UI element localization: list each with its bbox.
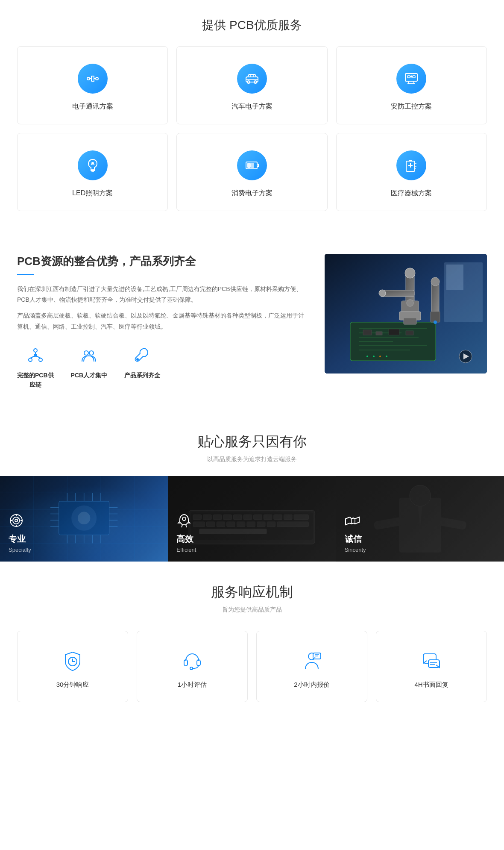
medical-icon	[404, 158, 419, 173]
resources-features: 完整的PCB供应链 PCB人才集中	[17, 345, 308, 390]
response-icon-30min	[60, 648, 85, 674]
response-card-4hour[interactable]: 4H书面回复	[376, 631, 487, 702]
service-card-auto-electronics[interactable]: 汽车电子方案	[176, 46, 327, 124]
response-card-1hour[interactable]: 1小时评估	[137, 631, 248, 702]
response-label-30min: 30分钟响应	[56, 681, 89, 689]
shield-clock-icon	[62, 650, 83, 672]
feature-pcb-talent: PCB人才集中	[71, 345, 108, 390]
services-grid: 电子通讯方案 汽车电子方案	[17, 46, 487, 211]
response-label-1hour: 1小时评估	[178, 681, 207, 689]
svg-rect-46	[446, 265, 463, 290]
resources-desc1: 我们在深圳江西有制造厂引进了大量先进的设备,工艺成熟,工厂周边有完整的PCB供应…	[17, 284, 308, 305]
service-card-led-lighting[interactable]: LED照明方案	[17, 133, 168, 211]
resources-content: PCB资源的整合优势，产品系列齐全 我们在深圳江西有制造厂引进了大量先进的设备,…	[17, 254, 308, 390]
svg-point-0	[87, 77, 90, 80]
svg-rect-117	[184, 660, 188, 666]
svg-point-83	[10, 515, 22, 526]
resources-desc2: 产品涵盖多高层硬板、软板、软硬结合板、以及以特氟纶、金属基等特殊基材的各种类型制…	[17, 310, 308, 332]
service-title: 贴心服务只因有你	[17, 432, 487, 451]
banner-icon-specialty	[9, 513, 26, 530]
svg-point-37	[405, 268, 415, 278]
service-card-consumer-electronics[interactable]: 消费电子方案	[176, 133, 327, 211]
banner-sincerity: 诚信 Sincerity	[336, 476, 504, 562]
response-section: 服务响应机制 旨为您提供高品质产品 30分钟响应	[0, 562, 504, 724]
svg-point-110	[182, 517, 186, 521]
monitor-control-icon	[404, 71, 419, 86]
person-quote-icon	[301, 650, 322, 672]
svg-point-14	[34, 349, 37, 352]
svg-point-119	[190, 667, 193, 670]
service-card-security-control[interactable]: 安防工控方案	[336, 46, 487, 124]
response-label-2hour: 2小时内报价	[294, 681, 329, 689]
service-icon-auto-electronics	[237, 64, 267, 94]
response-card-30min[interactable]: 30分钟响应	[17, 631, 128, 702]
svg-point-48	[373, 356, 375, 357]
response-grid: 30分钟响应 1小时评估	[17, 631, 487, 702]
target-icon	[9, 513, 24, 528]
service-card-medical-devices[interactable]: 医疗器械方案	[336, 133, 487, 211]
users-icon	[80, 347, 97, 364]
service-icon-consumer-electronics	[237, 150, 267, 180]
svg-point-16	[39, 358, 42, 362]
service-subtitle: 以高品质服务为追求打造云端服务	[17, 456, 487, 463]
network-icon	[27, 347, 44, 364]
response-label-4hour: 4H书面回复	[414, 681, 448, 689]
service-icon-medical-devices	[396, 150, 426, 180]
svg-rect-36	[404, 318, 416, 324]
svg-point-47	[366, 356, 368, 357]
feature-label-supply-chain: 完整的PCB供应链	[17, 371, 54, 390]
feature-product-series: 产品系列齐全	[124, 345, 160, 390]
service-label-electronics-comms: 电子通讯方案	[72, 102, 113, 111]
response-title: 服务响应机制	[17, 583, 487, 602]
service-banner: 专业 Specialty	[0, 476, 504, 562]
service-card-electronics-comms[interactable]: 电子通讯方案	[17, 46, 168, 124]
svg-point-19	[89, 351, 94, 355]
car-icon	[244, 71, 260, 86]
wrench-icon	[134, 347, 151, 364]
svg-point-38	[407, 300, 413, 306]
banner-content-efficient: 高效 Efficient	[176, 513, 327, 553]
banner-efficient: 高效 Efficient	[168, 476, 336, 562]
response-card-2hour[interactable]: 2小时内报价	[256, 631, 367, 702]
pcb-image-inner	[325, 254, 487, 374]
svg-point-44	[434, 321, 437, 324]
svg-point-50	[386, 356, 387, 357]
svg-point-49	[379, 356, 381, 357]
battery-icon	[244, 158, 260, 173]
handshake-icon	[345, 513, 360, 528]
chat-reply-icon	[421, 650, 442, 672]
banner-title-efficient: 高效	[176, 533, 327, 545]
service-label-led-lighting: LED照明方案	[72, 189, 113, 198]
banner-subtitle-sincerity: Sincerity	[345, 547, 495, 553]
feature-icon-supply-chain	[25, 345, 46, 366]
banner-icon-sincerity	[345, 513, 362, 530]
feature-label-pcb-talent: PCB人才集中	[71, 371, 108, 380]
resources-title: PCB资源的整合优势，产品系列齐全	[17, 254, 308, 269]
bulb-icon	[85, 158, 100, 173]
service-label-security-control: 安防工控方案	[391, 102, 432, 111]
feature-supply-chain: 完整的PCB供应链	[17, 345, 54, 390]
service-label-consumer-electronics: 消费电子方案	[231, 189, 273, 198]
svg-rect-12	[251, 163, 254, 168]
banner-subtitle-efficient: Efficient	[176, 547, 327, 553]
svg-point-40	[379, 290, 386, 297]
svg-point-18	[84, 351, 88, 355]
rocket-icon	[176, 513, 192, 528]
svg-rect-32	[406, 331, 413, 335]
svg-point-9	[92, 162, 94, 164]
svg-point-8	[411, 76, 412, 77]
circuit-icon	[85, 71, 100, 86]
service-icon-electronics-comms	[78, 64, 108, 94]
pcb-services-section: 提供 PCB优质服务 电子通讯方案	[0, 0, 504, 232]
svg-rect-118	[197, 660, 200, 666]
svg-rect-11	[248, 163, 250, 168]
service-icon-security-control	[396, 64, 426, 94]
pcb-resources-section: PCB资源的整合优势，产品系列齐全 我们在深圳江西有制造厂引进了大量先进的设备,…	[0, 232, 504, 411]
banner-title-sincerity: 诚信	[345, 533, 495, 545]
banner-specialty: 专业 Specialty	[0, 476, 168, 562]
pcb-services-title: 提供 PCB优质服务	[17, 17, 487, 33]
resources-divider	[17, 274, 34, 275]
svg-rect-7	[413, 76, 415, 78]
service-label-auto-electronics: 汽车电子方案	[231, 102, 273, 111]
service-section: 贴心服务只因有你 以高品质服务为追求打造云端服务	[0, 411, 504, 463]
